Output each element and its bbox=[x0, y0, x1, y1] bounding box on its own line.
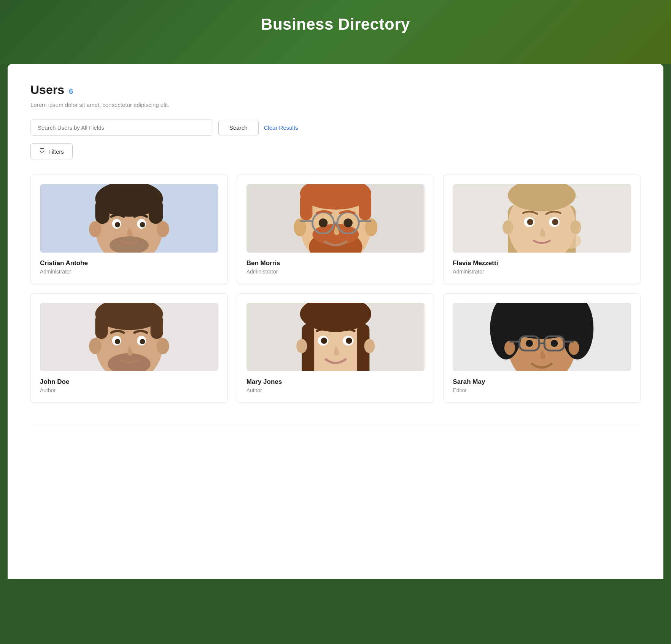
filter-icon: ⛉ bbox=[39, 148, 45, 155]
svg-point-44 bbox=[552, 219, 558, 225]
svg-point-12 bbox=[140, 222, 145, 227]
svg-point-55 bbox=[157, 338, 169, 354]
user-card[interactable]: Mary Jones Author bbox=[237, 293, 434, 403]
user-role: Editor bbox=[453, 387, 631, 393]
filters-button[interactable]: ⛉ Filters bbox=[30, 143, 73, 159]
svg-point-89 bbox=[526, 340, 533, 347]
svg-point-45 bbox=[560, 233, 581, 249]
user-card[interactable]: John Doe Author bbox=[30, 293, 228, 403]
user-role: Author bbox=[246, 387, 425, 393]
user-avatar-container bbox=[40, 184, 218, 253]
svg-point-40 bbox=[571, 220, 581, 234]
section-title: Users bbox=[30, 83, 64, 97]
site-title: Business Directory bbox=[8, 15, 663, 33]
main-content: Users 6 Lorem ipsum dolor sit amet, cons… bbox=[8, 64, 663, 579]
svg-point-43 bbox=[527, 219, 533, 225]
user-count-badge: 6 bbox=[69, 87, 73, 96]
svg-point-59 bbox=[140, 339, 145, 344]
page-header: Business Directory bbox=[0, 0, 671, 64]
svg-rect-6 bbox=[149, 199, 163, 224]
svg-point-8 bbox=[157, 221, 169, 237]
user-name: Sarah May bbox=[453, 378, 631, 386]
search-row: Search Clear Results bbox=[30, 119, 641, 136]
user-card[interactable]: Flavia Mezzetti Administrator bbox=[443, 175, 641, 284]
title-row: Users 6 bbox=[30, 83, 641, 97]
clear-results-button[interactable]: Clear Results bbox=[264, 124, 298, 131]
user-name: Flavia Mezzetti bbox=[453, 259, 631, 267]
users-grid: Cristian Antohe Administrator bbox=[30, 175, 641, 403]
user-card[interactable]: Ben Morris Administrator bbox=[237, 175, 434, 284]
svg-point-67 bbox=[296, 339, 307, 353]
svg-rect-51 bbox=[95, 314, 108, 339]
user-name: Cristian Antohe bbox=[40, 259, 218, 267]
svg-point-71 bbox=[321, 337, 327, 343]
user-name: Mary Jones bbox=[246, 378, 425, 386]
user-name: Ben Morris bbox=[246, 259, 425, 267]
svg-rect-52 bbox=[151, 314, 163, 339]
user-avatar-container bbox=[453, 184, 631, 253]
svg-rect-19 bbox=[300, 193, 312, 220]
svg-rect-5 bbox=[95, 199, 109, 224]
svg-point-11 bbox=[115, 222, 120, 227]
page-description: Lorem ipsum dolor sit amet, consectetur … bbox=[30, 102, 641, 108]
user-avatar-container bbox=[246, 184, 425, 253]
svg-point-30 bbox=[318, 218, 327, 227]
svg-point-83 bbox=[569, 340, 579, 355]
svg-point-72 bbox=[346, 337, 352, 343]
user-role: Author bbox=[40, 387, 218, 393]
svg-point-7 bbox=[89, 221, 102, 237]
user-role: Administrator bbox=[40, 269, 218, 275]
search-button[interactable]: Search bbox=[218, 120, 259, 135]
user-card[interactable]: Cristian Antohe Administrator bbox=[30, 175, 228, 284]
svg-point-39 bbox=[503, 220, 514, 234]
search-input[interactable] bbox=[30, 119, 213, 136]
svg-point-31 bbox=[343, 218, 352, 227]
svg-point-82 bbox=[504, 340, 515, 355]
user-role: Administrator bbox=[453, 269, 631, 275]
svg-point-58 bbox=[115, 339, 120, 344]
user-avatar-container bbox=[246, 303, 425, 371]
footer-divider bbox=[30, 426, 641, 426]
filters-label: Filters bbox=[48, 148, 64, 155]
svg-rect-20 bbox=[359, 193, 371, 220]
svg-point-90 bbox=[551, 340, 558, 347]
svg-point-68 bbox=[364, 339, 375, 353]
user-avatar-container bbox=[40, 303, 218, 371]
user-avatar-container bbox=[453, 303, 631, 371]
user-card[interactable]: Sarah May Editor bbox=[443, 293, 641, 403]
user-role: Administrator bbox=[246, 269, 425, 275]
svg-point-54 bbox=[89, 338, 102, 354]
user-name: John Doe bbox=[40, 378, 218, 386]
